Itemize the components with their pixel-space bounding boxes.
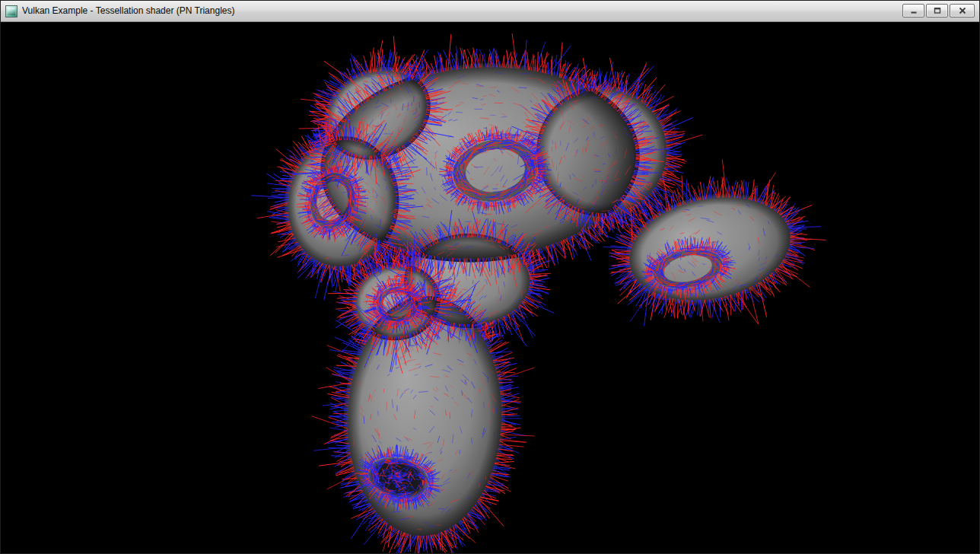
window-title: Vulkan Example - Tessellation shader (PN…	[22, 1, 975, 21]
title-bar[interactable]: Vulkan Example - Tessellation shader (PN…	[1, 1, 979, 22]
maximize-button[interactable]	[926, 4, 948, 18]
maximize-icon	[933, 6, 942, 15]
close-button[interactable]	[950, 4, 975, 18]
render-canvas[interactable]	[1, 22, 979, 553]
minimize-icon	[909, 6, 918, 15]
vulkan-example-app-icon	[5, 5, 18, 18]
close-icon	[958, 6, 967, 15]
window-controls	[902, 4, 975, 18]
minimize-button[interactable]	[902, 4, 924, 18]
render-viewport	[1, 22, 979, 553]
app-window: Vulkan Example - Tessellation shader (PN…	[0, 0, 980, 554]
